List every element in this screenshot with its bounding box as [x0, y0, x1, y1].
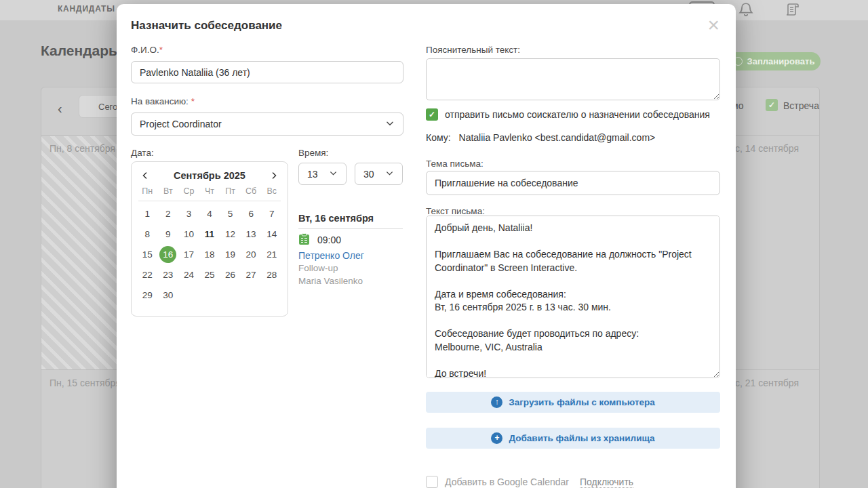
- calendar-day[interactable]: 1: [137, 205, 158, 222]
- calendar-day[interactable]: 30: [158, 287, 179, 304]
- calendar-day[interactable]: 5: [220, 205, 241, 222]
- minute-select[interactable]: 30: [355, 163, 403, 185]
- to-label: Кому:: [426, 132, 451, 143]
- calendar-day[interactable]: 10: [178, 226, 199, 243]
- calendar-day[interactable]: 13: [241, 226, 262, 243]
- google-calendar-connect-link[interactable]: Подключить: [580, 476, 633, 488]
- vacancy-select[interactable]: Project Coordinator: [131, 113, 403, 136]
- day-header: вс, 14 сентября: [730, 143, 799, 154]
- schedule-interview-modal: Назначить собеседование × Ф.И.О.* На вак…: [117, 4, 736, 488]
- scroll-log-icon[interactable]: [785, 1, 801, 20]
- modal-title: Назначить собеседование: [131, 19, 282, 33]
- hour-select[interactable]: 13: [298, 163, 347, 185]
- send-email-checkbox[interactable]: ✓: [426, 108, 438, 121]
- weekday-label: Пт: [220, 186, 241, 201]
- day-header: вс, 21 сентября: [730, 378, 799, 388]
- subject-label: Тема письма:: [426, 159, 484, 169]
- calendar-month-title: Сентябрь 2025: [151, 170, 269, 181]
- calendar-day: [199, 287, 220, 304]
- calendar-day[interactable]: 19: [220, 246, 241, 263]
- schedule-button[interactable]: Запланировать: [728, 52, 821, 70]
- fio-input[interactable]: [131, 61, 403, 83]
- interview-clipboard-icon: [298, 233, 310, 248]
- calendar-day[interactable]: 27: [241, 266, 262, 283]
- event-user: Maria Vasilenko: [298, 276, 363, 286]
- calendar-prev-icon[interactable]: [140, 170, 151, 181]
- upload-arrow-icon: ↑: [491, 396, 502, 408]
- calendar-day[interactable]: 20: [241, 246, 262, 263]
- calendar-day: [241, 287, 262, 304]
- subject-input[interactable]: [426, 171, 720, 195]
- calendar-day: [261, 287, 282, 304]
- chevron-down-icon: [385, 169, 394, 180]
- weekday-label: Сб: [241, 186, 262, 201]
- google-calendar-row: Добавить в Google Calendar Подключить: [426, 476, 633, 488]
- body-textarea[interactable]: Добрый день, Nataliia! Приглашаем Вас на…: [426, 216, 720, 378]
- calendar-day[interactable]: 22: [137, 266, 158, 283]
- calendar-day[interactable]: 23: [158, 266, 179, 283]
- weekday-label: Пн: [137, 186, 158, 201]
- calendar-day[interactable]: 28: [261, 266, 282, 283]
- google-calendar-label: Добавить в Google Calendar: [445, 476, 569, 487]
- weekday-label: Ср: [178, 186, 199, 201]
- calendar-day[interactable]: 8: [137, 226, 158, 243]
- calendar-day[interactable]: 21: [261, 246, 282, 263]
- calendar-separator: [138, 201, 281, 201]
- calendar-day[interactable]: 12: [220, 226, 241, 243]
- calendar-day[interactable]: 11: [199, 226, 220, 243]
- meeting-filter-checkbox[interactable]: ✓: [766, 99, 778, 111]
- upload-from-computer-button[interactable]: ↑ Загрузить файлы с компьютера: [426, 392, 720, 413]
- day-header: Пн, 8 сентября: [50, 143, 115, 154]
- calendar-next-icon[interactable]: [269, 170, 279, 181]
- event-time: 09:00: [317, 235, 341, 245]
- page-title: Календарь: [41, 43, 117, 59]
- add-from-storage-button[interactable]: + Добавить файлы из хранилища: [426, 428, 720, 449]
- calendar-day[interactable]: 29: [137, 287, 158, 304]
- calendar-day[interactable]: 25: [199, 266, 220, 283]
- event-stage: Follow-up: [298, 263, 338, 273]
- nav-candidates[interactable]: КАНДИДАТЫ: [58, 4, 115, 14]
- calendar-day[interactable]: 4: [199, 205, 220, 222]
- calendar-day[interactable]: 18: [199, 246, 220, 263]
- chevron-down-icon: [385, 119, 395, 130]
- vacancy-label: На вакансию: *: [131, 96, 195, 106]
- day-events-divider: [298, 228, 403, 229]
- google-calendar-checkbox[interactable]: [426, 476, 438, 488]
- date-label: Дата:: [131, 148, 154, 158]
- bell-icon[interactable]: [737, 1, 755, 22]
- note-label: Пояснительный текст:: [426, 45, 520, 55]
- calendar-day[interactable]: 2: [158, 205, 179, 222]
- calendar-day[interactable]: 3: [178, 205, 199, 222]
- calendar-day[interactable]: 6: [241, 205, 262, 222]
- meeting-filter-label: Встреча: [783, 100, 819, 111]
- selected-day-title: Вт, 16 сентября: [298, 213, 374, 224]
- send-email-label: отправить письмо соискателю о назначении…: [445, 109, 710, 120]
- calendar-day: [178, 287, 199, 304]
- calendar-day[interactable]: 9: [158, 226, 179, 243]
- calendar-weekday-row: ПнВтСрЧтПтСбВс: [137, 186, 282, 201]
- chevron-down-icon: [329, 169, 338, 180]
- event-candidate-link[interactable]: Петренко Олег: [298, 250, 364, 261]
- required-asterisk: *: [159, 45, 163, 55]
- send-email-row: ✓ отправить письмо соискателю о назначен…: [426, 108, 710, 121]
- prev-week-chevron-icon[interactable]: ‹: [58, 99, 68, 118]
- plus-icon: +: [491, 432, 502, 444]
- note-textarea[interactable]: [426, 58, 720, 100]
- close-icon[interactable]: ×: [707, 15, 719, 35]
- body-label: Текст письма:: [426, 206, 485, 216]
- calendar-day[interactable]: 14: [261, 226, 282, 243]
- calendar-day: [220, 287, 241, 304]
- required-asterisk: *: [191, 96, 195, 106]
- calendar-day[interactable]: 16: [158, 246, 179, 263]
- calendar-day[interactable]: 17: [178, 246, 199, 263]
- email-to-row: Кому: Nataliia Pavlenko <best.candidat@g…: [426, 132, 655, 143]
- calendar-day[interactable]: 26: [220, 266, 241, 283]
- calendar-day[interactable]: 7: [261, 205, 282, 222]
- fio-label: Ф.И.О.*: [131, 45, 163, 55]
- calendar-day[interactable]: 24: [178, 266, 199, 283]
- to-value: Nataliia Pavlenko <best.candidat@gmail.c…: [459, 132, 656, 143]
- day-header: Пн, 15 сентября: [50, 378, 121, 388]
- time-label: Время:: [298, 148, 328, 158]
- weekday-label: Вт: [158, 186, 179, 201]
- calendar-day[interactable]: 15: [137, 246, 158, 263]
